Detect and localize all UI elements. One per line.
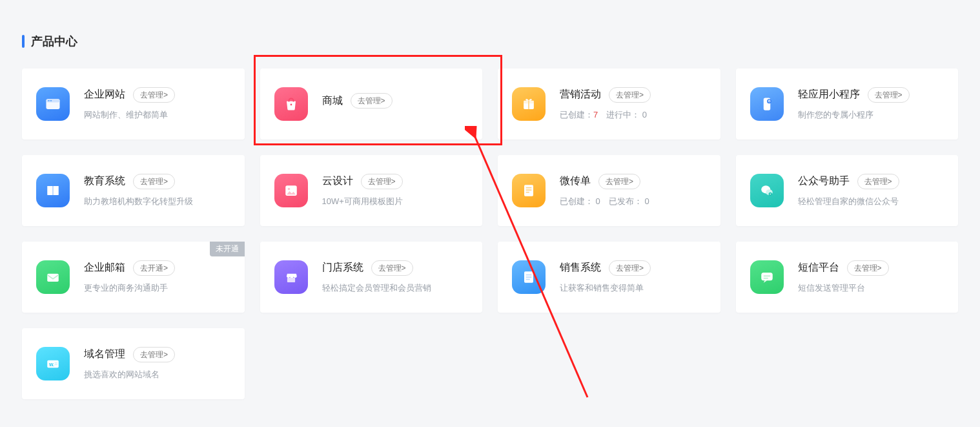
- card-desc: 10W+可商用模板图片: [322, 196, 469, 207]
- svg-rect-14: [526, 187, 532, 189]
- card-design[interactable]: 云设计 去管理> 10W+可商用模板图片: [260, 155, 483, 226]
- card-title: 轻应用小程序: [798, 88, 860, 101]
- card-sms[interactable]: 短信平台 去管理> 短信发送管理平台: [736, 242, 959, 313]
- card-title: 云设计: [322, 174, 353, 188]
- card-desc: 制作您的专属小程序: [798, 109, 944, 121]
- card-desc: 网站制作、维护都简单: [84, 109, 230, 121]
- envelope-icon: [36, 260, 70, 294]
- storefront-icon: [274, 260, 308, 294]
- svg-rect-28: [763, 275, 770, 276]
- domain-card-icon: W.: [36, 347, 70, 380]
- browser-window-icon: [36, 87, 70, 121]
- section-title: 产品中心: [22, 34, 958, 49]
- svg-rect-24: [526, 275, 532, 276]
- card-desc: 更专业的商务沟通助手: [84, 282, 230, 294]
- section-title-text: 产品中心: [31, 34, 77, 49]
- phone-link-icon: [750, 87, 784, 121]
- card-desc: 轻松搞定会员管理和会员营销: [322, 282, 469, 294]
- wechat-gear-icon: [750, 174, 784, 207]
- svg-rect-21: [47, 274, 59, 282]
- card-flyer[interactable]: 微传单 去管理> 已创建： 0 已发布： 0: [498, 155, 720, 226]
- card-desc: 让获客和销售变得简单: [560, 282, 706, 294]
- manage-button[interactable]: 去管理>: [847, 260, 889, 276]
- svg-rect-26: [526, 279, 530, 280]
- title-accent-bar: [22, 35, 25, 48]
- manage-button[interactable]: 去管理>: [133, 174, 175, 189]
- card-desc: 已创建：7 进行中： 0: [560, 109, 706, 121]
- card-title: 教育系统: [84, 174, 125, 188]
- manage-button[interactable]: 去管理>: [133, 87, 175, 103]
- manage-button[interactable]: 去管理>: [133, 347, 175, 362]
- svg-rect-25: [526, 276, 532, 278]
- manage-button[interactable]: 去管理>: [371, 260, 413, 276]
- card-desc: 已创建： 0 已发布： 0: [560, 196, 706, 207]
- gift-icon: [512, 87, 546, 121]
- card-store-system[interactable]: 门店系统 去管理> 轻松搞定会员管理和会员营销: [260, 242, 483, 313]
- manage-button[interactable]: 去管理>: [857, 174, 899, 189]
- card-desc: 轻松管理自家的微信公众号: [798, 196, 944, 207]
- svg-point-4: [290, 104, 292, 106]
- book-icon: [36, 174, 70, 207]
- svg-rect-7: [528, 101, 529, 109]
- document-lines-icon: [512, 260, 546, 294]
- card-marketing[interactable]: 营销活动 去管理> 已创建：7 进行中： 0: [498, 68, 720, 140]
- svg-point-9: [767, 99, 771, 103]
- manage-button[interactable]: 去管理>: [609, 260, 651, 276]
- card-title: 公众号助手: [798, 174, 850, 188]
- card-miniapp[interactable]: 轻应用小程序 去管理> 制作您的专属小程序: [736, 68, 959, 140]
- product-grid: 企业网站 去管理> 网站制作、维护都简单 商城 去管理>: [22, 68, 958, 399]
- card-shop[interactable]: 商城 去管理>: [260, 68, 483, 140]
- svg-point-20: [770, 193, 771, 194]
- desc-prefix: 已创建：: [560, 110, 593, 120]
- card-title: 营销活动: [560, 88, 601, 101]
- card-title: 微传单: [560, 174, 591, 188]
- manage-button[interactable]: 去管理>: [361, 174, 403, 189]
- card-desc: 短信发送管理平台: [798, 282, 944, 294]
- open-button[interactable]: 去开通>: [133, 260, 175, 276]
- svg-rect-16: [526, 192, 529, 193]
- svg-rect-33: [55, 364, 57, 365]
- svg-text:W.: W.: [49, 362, 54, 367]
- card-desc: 助力教培机构数字化转型升级: [84, 196, 230, 207]
- svg-rect-2: [48, 100, 50, 101]
- card-title: 域名管理: [84, 348, 125, 361]
- card-mail[interactable]: 未开通 企业邮箱 去开通> 更专业的商务沟通助手: [22, 242, 245, 313]
- manage-button[interactable]: 去管理>: [868, 87, 910, 103]
- manage-button[interactable]: 去管理>: [609, 87, 651, 103]
- svg-rect-10: [52, 186, 54, 195]
- card-title: 门店系统: [322, 261, 363, 275]
- svg-rect-15: [526, 189, 532, 191]
- card-education[interactable]: 教育系统 去管理> 助力教培机构数字化转型升级: [22, 155, 245, 226]
- card-title: 商城: [322, 94, 343, 108]
- svg-rect-3: [50, 100, 52, 101]
- manage-button[interactable]: 去管理>: [351, 93, 393, 109]
- svg-rect-22: [287, 278, 294, 282]
- card-sales-system[interactable]: 销售系统 去管理> 让获客和销售变得简单: [498, 242, 720, 313]
- card-title: 企业网站: [84, 88, 125, 101]
- product-center-section: 产品中心 企业网站 去管理> 网站制作、维护都简单 商城: [0, 0, 980, 419]
- unopened-badge: 未开通: [210, 242, 245, 256]
- card-title: 企业邮箱: [84, 261, 125, 275]
- card-title: 销售系统: [560, 261, 601, 275]
- card-company-site[interactable]: 企业网站 去管理> 网站制作、维护都简单: [22, 68, 245, 140]
- card-domain[interactable]: W. 域名管理 去管理> 挑选喜欢的网站域名: [22, 328, 245, 399]
- svg-rect-29: [763, 278, 768, 279]
- manage-button[interactable]: 去管理>: [598, 174, 640, 189]
- flyer-icon: [512, 174, 546, 207]
- svg-rect-32: [55, 362, 57, 363]
- card-wechat-helper[interactable]: 公众号助手 去管理> 轻松管理自家的微信公众号: [736, 155, 959, 226]
- desc-suffix: 进行中： 0: [598, 110, 647, 120]
- image-icon: [274, 174, 308, 207]
- shopping-bag-icon: [274, 87, 308, 121]
- card-title: 短信平台: [798, 261, 839, 275]
- speech-bubble-icon: [750, 260, 784, 294]
- svg-point-12: [287, 188, 290, 191]
- card-desc: 挑选喜欢的网站域名: [84, 369, 230, 380]
